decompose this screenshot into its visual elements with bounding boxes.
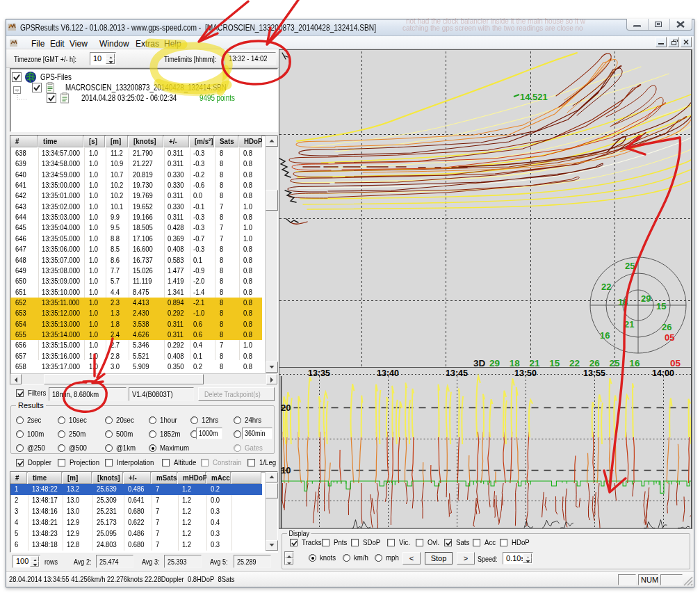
svg-text:22: 22 [601, 282, 611, 292]
svg-text:10: 10 [281, 465, 291, 476]
svg-text:05: 05 [670, 358, 681, 366]
svg-text:29: 29 [641, 293, 651, 304]
svg-text:21: 21 [624, 319, 634, 330]
svg-text:3D: 3D [473, 358, 486, 366]
svg-text:18: 18 [618, 297, 628, 307]
svg-text:25: 25 [625, 261, 635, 271]
svg-text:26: 26 [662, 322, 671, 332]
svg-text:20: 20 [281, 403, 291, 413]
svg-text:16: 16 [600, 330, 610, 341]
svg-text:05: 05 [665, 332, 674, 343]
svg-text:15: 15 [656, 301, 666, 311]
svg-text:14.521: 14.521 [520, 92, 548, 102]
svg-text:29 18 21 15 22 26 25 16: 29 18 21 15 22 26 25 16 [489, 358, 640, 366]
